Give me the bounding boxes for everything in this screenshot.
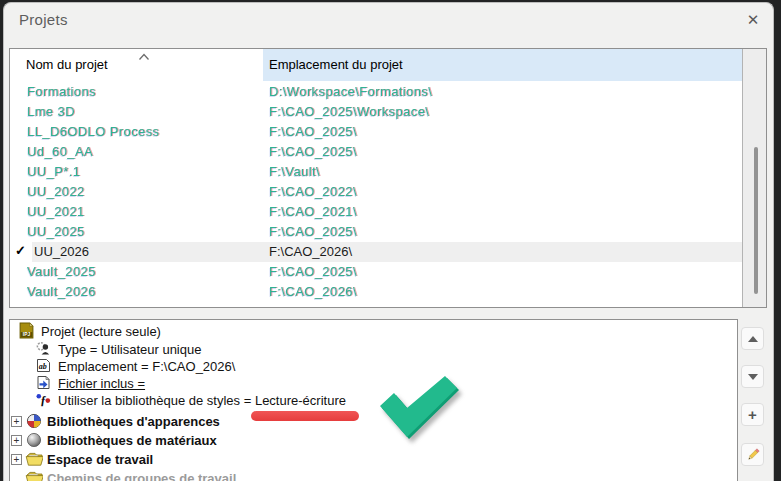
column-header-location[interactable]: Emplacement du projet — [269, 57, 403, 72]
tree-item-styles-library[interactable]: Utiliser la bibliothèque de styles = Lec… — [58, 393, 346, 408]
table-scrollbar[interactable] — [742, 49, 766, 307]
table-row[interactable]: UU_2021F:\CAO_2021\ — [10, 202, 742, 222]
appearance-wheel-icon — [26, 413, 42, 429]
sort-ascending-icon — [138, 53, 150, 61]
expand-icon[interactable]: + — [11, 416, 22, 427]
edit-project-button[interactable] — [741, 443, 764, 466]
table-row[interactable]: UU_2022F:\CAO_2022\ — [10, 182, 742, 202]
styles-icon: ƒ — [36, 392, 51, 407]
svg-text:ƒ: ƒ — [40, 393, 46, 407]
tree-item-type[interactable]: Type = Utilisateur unique — [58, 342, 201, 357]
single-user-icon — [36, 341, 51, 356]
table-row[interactable]: UU_P*.1F:\Vault\ — [10, 162, 742, 182]
arrow-down-icon — [748, 374, 758, 380]
close-icon[interactable]: ✕ — [740, 8, 766, 32]
project-table: Nom du projet Emplacement du projet Form… — [9, 48, 767, 308]
green-check-annotation — [372, 375, 462, 443]
plus-icon: + — [748, 407, 757, 422]
selected-row-highlight — [32, 242, 742, 262]
scroll-up-button[interactable] — [741, 327, 764, 350]
red-underline-annotation — [251, 411, 359, 421]
projects-dialog: Projets ✕ Nom du projet Emplacement du p… — [3, 2, 774, 481]
table-row-selected[interactable]: ✓ UU_2026 F:\CAO_2026\ — [10, 242, 742, 262]
tree-item-fichier-inclus[interactable]: Fichier inclus = — [58, 376, 145, 391]
add-project-button[interactable]: + — [741, 403, 764, 426]
expand-icon[interactable]: + — [11, 454, 22, 465]
arrow-up-icon — [748, 336, 758, 342]
tree-root-project[interactable]: Projet (lecture seule) — [41, 324, 161, 339]
tree-item-appearance-libraries[interactable]: Bibliothèques d'apparences — [47, 414, 220, 429]
svg-text:ab: ab — [39, 362, 47, 371]
dialog-title: Projets — [19, 11, 68, 28]
scroll-down-button[interactable] — [741, 365, 764, 388]
table-row[interactable]: Vault_2025F:\CAO_2025\ — [10, 262, 742, 282]
table-row[interactable]: FormationsD:\Workspace\Formations\ — [10, 82, 742, 102]
table-row[interactable]: Lme 3DF:\CAO_2025\Workspace\ — [10, 102, 742, 122]
table-row[interactable]: LL_D6ODLO ProcessF:\CAO_2025\ — [10, 122, 742, 142]
tree-item-material-libraries[interactable]: Bibliothèques de matériaux — [47, 433, 217, 448]
active-project-check-icon: ✓ — [15, 243, 26, 258]
expand-icon[interactable]: + — [11, 435, 22, 446]
project-rows: FormationsD:\Workspace\Formations\ Lme 3… — [10, 82, 742, 302]
included-file-icon — [36, 375, 51, 390]
table-row[interactable]: Ud_60_AAF:\CAO_2025\ — [10, 142, 742, 162]
ab-text-icon: ab — [36, 358, 51, 373]
scrollbar-thumb[interactable] — [754, 147, 758, 294]
table-row[interactable]: UU_2025F:\CAO_2025\ — [10, 222, 742, 242]
table-row[interactable]: Vault_2026F:\CAO_2026\ — [10, 282, 742, 302]
tree-item-workgroup-paths[interactable]: Chemins de groupes de travail — [47, 471, 236, 481]
pencil-icon — [745, 447, 761, 463]
material-sphere-icon — [26, 432, 42, 448]
tree-item-workspace[interactable]: Espace de travail — [47, 452, 153, 467]
tree-item-emplacement[interactable]: Emplacement = F:\CAO_2026\ — [58, 359, 235, 374]
folder-icon — [25, 452, 43, 467]
column-header-name[interactable]: Nom du projet — [26, 57, 108, 72]
svg-text:IPJ: IPJ — [23, 332, 31, 337]
folder-icon — [25, 471, 43, 481]
ipj-file-icon: IPJ — [18, 322, 35, 339]
